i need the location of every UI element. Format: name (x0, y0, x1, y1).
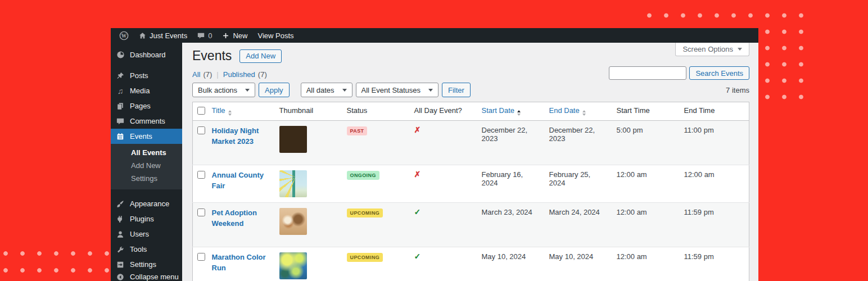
column-header-start-time: Start Time (612, 102, 680, 121)
chevron-down-icon (342, 89, 347, 92)
user-icon (116, 230, 125, 238)
plus-icon (222, 32, 229, 39)
screen-options-tab[interactable]: Screen Options (675, 43, 749, 56)
dashboard-icon (116, 51, 125, 59)
comments-shortcut[interactable]: 0 (192, 28, 217, 43)
view-posts-link[interactable]: View Posts (252, 28, 299, 43)
pin-icon (116, 72, 125, 80)
event-status-value: All Event Statuses (361, 86, 421, 94)
view-separator: | (216, 70, 218, 79)
calendar-icon (116, 133, 125, 140)
sidebar-label: Media (130, 87, 150, 95)
sidebar-item-users[interactable]: Users (111, 226, 182, 242)
view-published-link[interactable]: Published (223, 70, 255, 79)
start-time-cell: 12:00 am (612, 165, 680, 203)
row-checkbox[interactable] (197, 126, 205, 134)
sidebar-item-dashboard[interactable]: Dashboard (111, 47, 182, 62)
sidebar-item-pages[interactable]: Pages (111, 98, 182, 114)
county-fair-photo (279, 170, 307, 197)
end-time-cell: 11:59 pm (680, 247, 749, 281)
select-all-checkbox[interactable] (197, 107, 205, 115)
page-title: Events (192, 48, 232, 64)
items-count: 7 items (726, 86, 749, 94)
events-submenu: All Events Add New Settings (111, 144, 182, 189)
dates-filter-select[interactable]: All dates (301, 83, 352, 97)
submenu-all-events[interactable]: All Events (111, 146, 182, 159)
dates-filter-value: All dates (306, 86, 334, 94)
start-time-cell: 12:00 am (612, 203, 680, 247)
end-time-cell: 12:00 am (680, 165, 749, 203)
sidebar-item-events[interactable]: Events (111, 129, 182, 144)
column-header-thumbnail: Thumbnail (275, 102, 342, 121)
event-title-link[interactable]: Marathon Color Run (212, 252, 270, 274)
sidebar-label: Dashboard (130, 51, 166, 59)
no-mark-icon: ✗ (414, 125, 421, 134)
row-checkbox[interactable] (197, 253, 205, 261)
night-market-photo (279, 126, 307, 153)
view-posts-label: View Posts (257, 31, 293, 40)
wordpress-admin-window: W Just Events 0 New View Posts Dashboard (111, 28, 758, 281)
sidebar-label: Appearance (130, 200, 169, 208)
sort-icon (228, 110, 232, 116)
end-date-cell: March 24, 2024 (545, 203, 612, 247)
sidebar-label: Settings (130, 260, 156, 269)
start-date-cell: February 16, 2024 (477, 165, 545, 203)
event-title-link[interactable]: Annual County Fair (212, 170, 270, 192)
view-filter-links: All (7) | Published (7) (192, 70, 267, 79)
chevron-down-icon (245, 89, 250, 92)
view-all-link[interactable]: All (192, 70, 200, 79)
events-table: Title Thumbnail Status All Day Event? St… (192, 102, 749, 281)
sidebar-item-comments[interactable]: Comments (111, 114, 182, 129)
sidebar-label: Users (130, 230, 149, 238)
event-title-link[interactable]: Holiday Night Market 2023 (212, 126, 270, 147)
sort-asc-icon (517, 110, 521, 116)
collapse-arrow-icon (116, 273, 125, 281)
new-content-menu[interactable]: New (217, 28, 252, 43)
row-checkbox[interactable] (197, 209, 205, 216)
column-header-end-date[interactable]: End Date (545, 102, 612, 121)
search-events-button[interactable]: Search Events (689, 66, 749, 80)
add-new-button[interactable]: Add New (239, 49, 282, 63)
apply-button[interactable]: Apply (259, 83, 290, 97)
submenu-settings[interactable]: Settings (111, 172, 182, 185)
row-checkbox[interactable] (197, 171, 205, 179)
column-header-title[interactable]: Title (207, 102, 275, 121)
end-date-cell: May 10, 2024 (545, 247, 612, 281)
table-row: Pet Adoption Weekend UPCOMING ✓ March 23… (193, 203, 749, 247)
wordpress-logo-icon[interactable]: W (114, 28, 134, 43)
site-name-link[interactable]: Just Events (134, 28, 192, 43)
status-badge: UPCOMING (347, 209, 383, 217)
sliders-icon (116, 261, 125, 269)
event-title-link[interactable]: Pet Adoption Weekend (212, 208, 270, 229)
admin-sidebar: Dashboard Posts ♫ Media Pages Comments E… (111, 43, 182, 281)
table-row: Annual County Fair ONGOING ✗ February 16… (193, 165, 749, 203)
bulk-actions-select[interactable]: Bulk actions (192, 83, 255, 97)
search-input[interactable] (609, 66, 686, 80)
view-all-count: (7) (203, 70, 212, 79)
column-header-status: Status (342, 102, 410, 121)
status-badge: UPCOMING (347, 253, 383, 262)
collapse-menu-button[interactable]: Collapse menu (111, 269, 182, 281)
admin-bar: W Just Events 0 New View Posts (111, 28, 758, 43)
check-mark-icon: ✓ (414, 252, 421, 261)
start-time-cell: 5:00 pm (612, 121, 680, 165)
view-published-count: (7) (258, 70, 267, 79)
filter-button[interactable]: Filter (442, 83, 471, 97)
sidebar-item-media[interactable]: ♫ Media (111, 83, 182, 98)
event-status-select[interactable]: All Event Statuses (356, 83, 439, 97)
sidebar-item-appearance[interactable]: Appearance (111, 196, 182, 211)
plug-icon (116, 215, 125, 223)
start-time-cell: 12:00 am (612, 247, 680, 281)
end-date-cell: December 22, 2023 (545, 121, 612, 165)
column-header-start-date[interactable]: Start Date (477, 102, 545, 121)
sidebar-item-tools[interactable]: Tools (111, 242, 182, 257)
sidebar-item-posts[interactable]: Posts (111, 68, 182, 83)
sidebar-item-plugins[interactable]: Plugins (111, 211, 182, 226)
sidebar-label: Posts (130, 71, 148, 80)
bulk-actions-value: Bulk actions (198, 86, 237, 94)
sidebar-label: Collapse menu (130, 273, 179, 281)
submenu-add-new[interactable]: Add New (111, 159, 182, 172)
column-header-all-day: All Day Event? (410, 102, 477, 121)
start-date-cell: May 10, 2024 (477, 247, 545, 281)
media-icon: ♫ (116, 87, 125, 95)
